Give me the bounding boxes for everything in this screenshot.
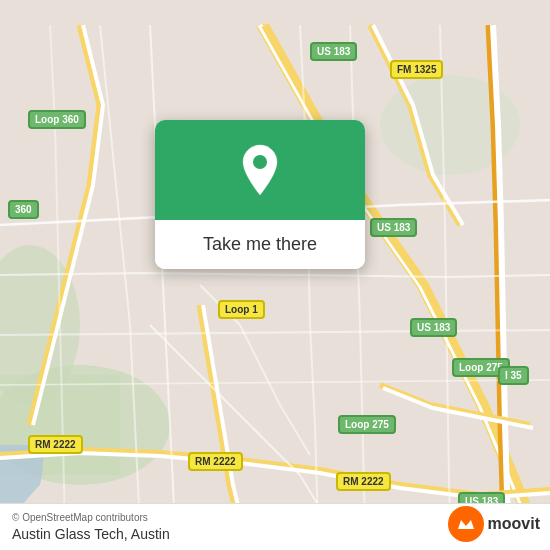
moovit-icon [448,506,484,542]
map-container: US 183 FM 1325 Loop 360 360 US 183 Loop … [0,0,550,550]
road-label-loop360-left: 360 [8,200,39,219]
bottom-bar: © OpenStreetMap contributors Austin Glas… [0,503,550,550]
road-label-fm1325: FM 1325 [390,60,443,79]
road-label-loop275-lower: Loop 275 [338,415,396,434]
popup-header [155,120,365,220]
moovit-text: moovit [488,515,540,533]
svg-point-5 [253,155,267,169]
road-label-loop1: Loop 1 [218,300,265,319]
road-label-us183-top: US 183 [310,42,357,61]
map-background [0,0,550,550]
road-label-rm2222-left: RM 2222 [28,435,83,454]
moovit-logo: moovit [448,506,540,542]
road-label-loop360-top: Loop 360 [28,110,86,129]
popup-card: Take me there [155,120,365,269]
road-label-us183-mid: US 183 [370,218,417,237]
take-me-there-button[interactable]: Take me there [155,220,365,269]
location-name: Austin Glass Tech, Austin [12,526,170,542]
road-label-i35: I 35 [498,366,529,385]
road-label-us183-lower: US 183 [410,318,457,337]
location-pin-icon [236,142,284,198]
road-label-rm2222-mid: RM 2222 [188,452,243,471]
road-label-rm2222-right: RM 2222 [336,472,391,491]
take-me-there-label: Take me there [203,234,317,254]
